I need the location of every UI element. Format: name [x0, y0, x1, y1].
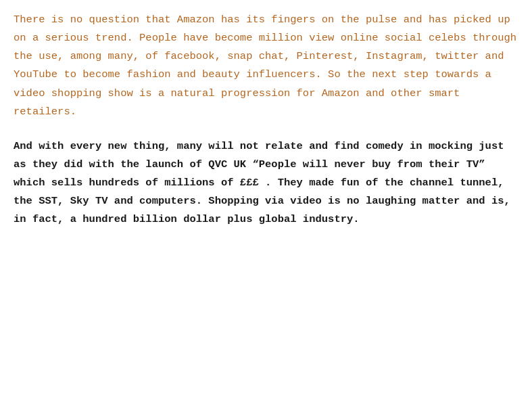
paragraph-one: There is no question that Amazon has its…	[14, 11, 518, 121]
paragraph-two: And with every new thing, many will not …	[14, 137, 518, 229]
